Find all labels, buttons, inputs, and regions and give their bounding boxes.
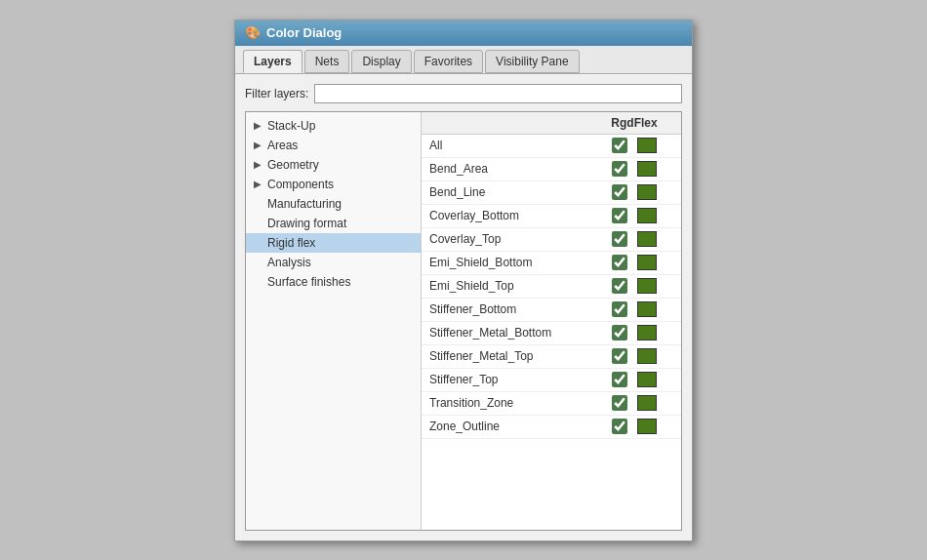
layer-check-area — [595, 301, 673, 317]
layer-name: Stiffener_Bottom — [429, 302, 595, 316]
layer-checkbox[interactable] — [612, 208, 627, 223]
tree-item-components[interactable]: ▶Components — [246, 175, 421, 194]
layer-checkbox[interactable] — [612, 161, 627, 177]
layer-checkbox[interactable] — [612, 278, 627, 294]
filter-input[interactable] — [314, 84, 682, 103]
layer-checkbox[interactable] — [612, 231, 627, 247]
layer-color-swatch[interactable] — [637, 208, 657, 223]
layer-name: Coverlay_Bottom — [429, 209, 595, 222]
tree-item-label: Drawing format — [267, 217, 346, 230]
layer-checkbox[interactable] — [612, 419, 627, 434]
expand-arrow-icon: ▶ — [254, 179, 263, 189]
right-panel: RgdFlex AllBend_AreaBend_LineCoverlay_Bo… — [422, 112, 681, 530]
layer-row: Zone_Outline — [422, 416, 681, 439]
layer-name: Stiffener_Top — [429, 373, 595, 386]
layer-color-swatch[interactable] — [637, 255, 657, 270]
layer-row: Stiffener_Metal_Top — [422, 345, 681, 369]
dialog-title: Color Dialog — [266, 25, 342, 40]
tree-item-geometry[interactable]: ▶Geometry — [246, 155, 421, 175]
expand-arrow-icon: ▶ — [254, 120, 263, 131]
tree-item-label: Surface finishes — [267, 275, 350, 289]
layer-name: Emi_Shield_Bottom — [429, 256, 595, 269]
layer-check-area — [595, 372, 673, 387]
filter-bar: Filter layers: — [245, 84, 682, 103]
layer-color-swatch[interactable] — [637, 301, 657, 317]
tab-favorites[interactable]: Favorites — [414, 50, 483, 73]
layer-row: Coverlay_Top — [422, 228, 681, 252]
col-rgdflex-header: RgdFlex — [595, 116, 673, 130]
layer-checkbox[interactable] — [612, 395, 627, 411]
tabs-bar: LayersNetsDisplayFavoritesVisibility Pan… — [235, 46, 692, 74]
layer-checkbox[interactable] — [612, 301, 627, 317]
layer-color-swatch[interactable] — [637, 325, 657, 340]
layer-color-swatch[interactable] — [637, 278, 657, 294]
layer-row: Emi_Shield_Top — [422, 275, 681, 299]
tree-item-analysis[interactable]: Analysis — [246, 253, 421, 272]
layer-color-swatch[interactable] — [637, 395, 657, 411]
filter-label: Filter layers: — [245, 87, 308, 100]
layer-check-area — [595, 325, 673, 340]
layer-color-swatch[interactable] — [637, 231, 657, 247]
layer-name: Stiffener_Metal_Top — [429, 349, 595, 363]
layer-row: Bend_Area — [422, 158, 681, 181]
layer-check-area — [595, 278, 673, 294]
tree-item-rigid-flex[interactable]: Rigid flex — [246, 233, 421, 253]
tree-item-drawing-format[interactable]: Drawing format — [246, 214, 421, 233]
layer-check-area — [595, 348, 673, 364]
layer-name: Stiffener_Metal_Bottom — [429, 326, 595, 340]
tree-item-stack-up[interactable]: ▶Stack-Up — [246, 116, 421, 136]
tree-item-label: Analysis — [267, 256, 311, 269]
layer-color-swatch[interactable] — [637, 372, 657, 387]
tree-item-label: Geometry — [267, 158, 319, 172]
layer-row: All — [422, 135, 681, 158]
layer-checkbox[interactable] — [612, 325, 627, 340]
layer-row: Emi_Shield_Bottom — [422, 252, 681, 275]
layer-name: Zone_Outline — [429, 420, 595, 433]
layer-checkbox[interactable] — [612, 372, 627, 387]
layer-check-area — [595, 184, 673, 200]
layer-check-area — [595, 161, 673, 177]
layer-color-swatch[interactable] — [637, 419, 657, 434]
color-dialog: 🎨 Color Dialog LayersNetsDisplayFavorite… — [234, 20, 693, 541]
tree-item-label: Components — [267, 178, 334, 191]
layer-color-swatch[interactable] — [637, 138, 657, 153]
left-panel: ▶Stack-Up▶Areas▶Geometry▶ComponentsManuf… — [246, 112, 422, 530]
layer-name: Coverlay_Top — [429, 232, 595, 246]
right-panel-header: RgdFlex — [422, 112, 681, 135]
layer-row: Stiffener_Bottom — [422, 299, 681, 322]
layer-check-area — [595, 231, 673, 247]
expand-arrow-icon: ▶ — [254, 140, 263, 150]
layer-check-area — [595, 208, 673, 223]
layer-checkbox[interactable] — [612, 138, 627, 153]
tree-item-label: Areas — [267, 139, 298, 152]
dialog-icon: 🎨 — [245, 25, 261, 41]
title-bar: 🎨 Color Dialog — [235, 20, 692, 46]
layer-check-area — [595, 395, 673, 411]
layer-name: All — [429, 139, 595, 152]
layer-checkbox[interactable] — [612, 255, 627, 270]
tab-nets[interactable]: Nets — [304, 50, 350, 73]
layer-name: Bend_Area — [429, 162, 595, 176]
layer-check-area — [595, 419, 673, 434]
layer-check-area — [595, 138, 673, 153]
tree-item-label: Stack-Up — [267, 119, 315, 133]
layer-row: Transition_Zone — [422, 392, 681, 416]
tab-visibility-pane[interactable]: Visibility Pane — [485, 50, 579, 73]
expand-arrow-icon: ▶ — [254, 159, 263, 170]
layer-name: Emi_Shield_Top — [429, 279, 595, 293]
layer-checkbox[interactable] — [612, 184, 627, 200]
layer-color-swatch[interactable] — [637, 184, 657, 200]
layer-row: Stiffener_Top — [422, 369, 681, 392]
layer-check-area — [595, 255, 673, 270]
main-area: ▶Stack-Up▶Areas▶Geometry▶ComponentsManuf… — [245, 111, 682, 531]
tree-item-label: Manufacturing — [267, 197, 342, 211]
tab-display[interactable]: Display — [351, 50, 411, 73]
layer-color-swatch[interactable] — [637, 161, 657, 177]
tree-item-areas[interactable]: ▶Areas — [246, 136, 421, 155]
layer-color-swatch[interactable] — [637, 348, 657, 364]
layer-checkbox[interactable] — [612, 348, 627, 364]
dialog-content: Filter layers: ▶Stack-Up▶Areas▶Geometry▶… — [235, 74, 692, 540]
tab-layers[interactable]: Layers — [243, 50, 302, 73]
tree-item-manufacturing[interactable]: Manufacturing — [246, 194, 421, 214]
tree-item-surface-finishes[interactable]: Surface finishes — [246, 272, 421, 292]
